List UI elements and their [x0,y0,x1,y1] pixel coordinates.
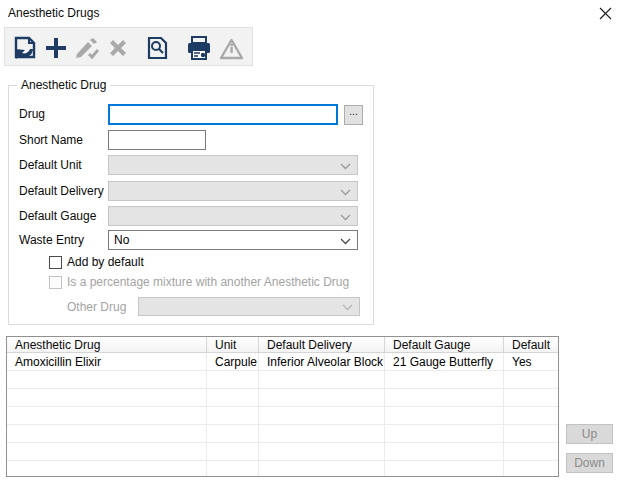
table-cell [207,407,259,424]
table-cell [385,371,504,388]
up-button: Up [566,424,613,444]
table-cell [504,443,558,460]
chevron-down-icon [340,214,351,221]
col-unit[interactable]: Unit [207,337,259,352]
down-button: Down [566,453,613,473]
anesthetic-drug-list: Anesthetic Drug Unit Default Delivery De… [6,336,559,477]
list-body: Amoxicillin ElixirCarpuleInferior Alveol… [7,353,558,477]
table-cell [504,407,558,424]
add-by-default-checkbox[interactable] [49,256,62,269]
col-default[interactable]: Default [504,337,558,352]
table-cell[interactable]: Carpule [207,353,259,370]
table-cell [385,407,504,424]
print-icon[interactable] [185,36,213,60]
table-cell[interactable]: Yes [504,353,558,370]
table-empty-row [7,425,558,443]
table-cell [7,425,207,442]
table-empty-row [7,389,558,407]
col-anesthetic-drug[interactable]: Anesthetic Drug [7,337,207,352]
table-cell [207,461,259,477]
table-cell [504,425,558,442]
drug-browse-button[interactable]: ... [344,105,363,125]
table-empty-row [7,407,558,425]
other-drug-select [138,297,360,316]
table-cell [7,371,207,388]
table-row[interactable]: Amoxicillin ElixirCarpuleInferior Alveol… [7,353,558,371]
table-empty-row [7,371,558,389]
waste-entry-label: Waste Entry [19,233,84,247]
close-icon [599,7,612,20]
chevron-down-icon [340,189,351,196]
default-unit-label: Default Unit [19,158,82,172]
table-empty-row [7,461,558,477]
table-cell [259,371,385,388]
default-delivery-label: Default Delivery [19,184,104,198]
chevron-down-icon [342,304,353,311]
preview-icon[interactable] [146,35,168,60]
drug-input[interactable] [108,104,338,125]
table-cell [385,389,504,406]
table-cell [207,389,259,406]
add-icon[interactable] [43,36,69,60]
table-cell [7,443,207,460]
close-button[interactable] [588,0,622,26]
table-cell[interactable]: Amoxicillin Elixir [7,353,207,370]
other-drug-label: Other Drug [67,300,126,314]
default-gauge-select [108,206,358,226]
table-cell[interactable]: Inferior Alveolar Block [259,353,385,370]
table-cell [259,443,385,460]
table-cell [385,461,504,477]
alert-icon [218,37,244,60]
table-cell [385,425,504,442]
percentage-mixture-checkbox [49,276,62,289]
waste-entry-select[interactable]: No [108,230,358,250]
window-title: Anesthetic Drugs [8,6,99,20]
table-cell [259,461,385,477]
add-by-default-label: Add by default [67,255,144,269]
default-gauge-label: Default Gauge [19,209,96,223]
edit-icon [73,36,101,60]
percentage-mixture-label: Is a percentage mixture with another Ane… [67,275,349,289]
default-unit-select [108,155,358,175]
table-cell [207,425,259,442]
table-cell [7,389,207,406]
col-default-delivery[interactable]: Default Delivery [259,337,385,352]
delete-icon [106,37,130,59]
short-name-input[interactable] [108,130,206,150]
chevron-down-icon [340,238,351,245]
open-drug-icon[interactable] [11,34,39,61]
list-header: Anesthetic Drug Unit Default Delivery De… [7,337,558,353]
col-default-gauge[interactable]: Default Gauge [385,337,504,352]
chevron-down-icon [340,163,351,170]
table-cell [259,389,385,406]
table-cell [7,407,207,424]
table-cell [385,443,504,460]
anesthetic-drug-group: Anesthetic Drug Drug ... Short Name Defa… [8,85,374,325]
default-delivery-select [108,181,358,201]
short-name-label: Short Name [19,133,83,147]
table-cell [207,371,259,388]
group-title: Anesthetic Drug [17,78,110,92]
table-empty-row [7,443,558,461]
table-cell [259,407,385,424]
table-cell [207,443,259,460]
table-cell [259,425,385,442]
table-cell [504,389,558,406]
table-cell[interactable]: 21 Gauge Butterfly [385,353,504,370]
anesthetic-drugs-dialog: Anesthetic Drugs [0,0,622,482]
drug-label: Drug [19,107,45,121]
toolbar [4,27,253,66]
table-cell [504,371,558,388]
table-cell [7,461,207,477]
table-cell [504,461,558,477]
